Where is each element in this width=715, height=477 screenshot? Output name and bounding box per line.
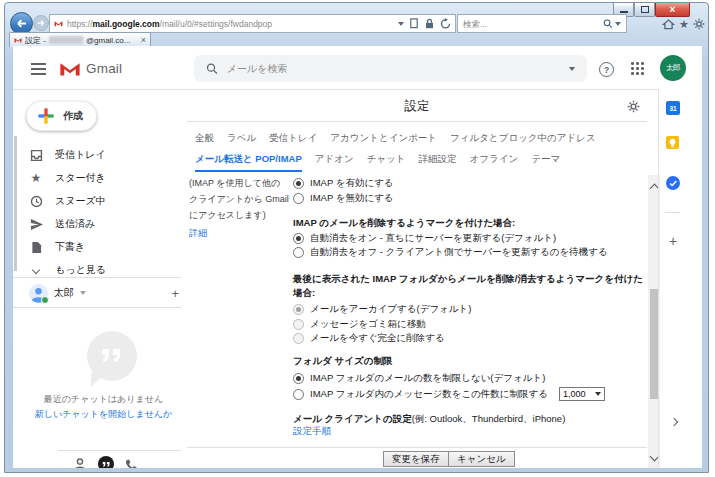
forward-arrow-icon xyxy=(36,18,46,28)
gmail-logo-icon[interactable] xyxy=(59,60,81,77)
calendar-icon[interactable]: 31 xyxy=(666,101,680,115)
footer-divider xyxy=(187,447,647,448)
chat-profile-name: 太郎 xyxy=(54,286,74,300)
message-limit-select[interactable]: 1,000 xyxy=(559,387,605,401)
sidebar-item-label: もっと見る xyxy=(55,263,106,277)
browser-search-box[interactable] xyxy=(457,14,627,33)
chat-empty-text: 最近のチャットはありません xyxy=(21,393,186,406)
radio-button[interactable] xyxy=(293,178,304,189)
expunge-delete-forever-option[interactable]: メールを今すぐ完全に削除する xyxy=(293,332,445,344)
imap-learn-more-link[interactable]: 詳細 xyxy=(189,227,207,240)
imap-disable-option[interactable]: IMAP を無効にする xyxy=(293,192,394,204)
sidebar-item-label: スター付き xyxy=(55,171,106,185)
side-panel-divider xyxy=(658,89,659,468)
radio-button[interactable] xyxy=(293,319,304,330)
chat-empty-link[interactable]: 新しいチャットを開始しませんか xyxy=(21,408,186,421)
tab-advanced[interactable]: 詳細設定 xyxy=(419,153,457,172)
autoexpunge-on-option[interactable]: 自動消去をオン - 直ちにサーバーを更新する(デフォルト) xyxy=(293,232,556,244)
search-options-caret-icon[interactable] xyxy=(569,67,575,71)
tab-general[interactable]: 全般 xyxy=(195,132,214,145)
sidebar-divider xyxy=(13,277,181,278)
radio-button[interactable] xyxy=(293,373,304,384)
client-config-line: メール クライアントの設定(例: Outlook、Thunderbird、iPh… xyxy=(293,413,565,426)
radio-button[interactable] xyxy=(293,193,304,204)
imap-enable-option[interactable]: IMAP を有効にする xyxy=(293,177,394,189)
autoexpunge-off-option[interactable]: 自動消去をオフ - クライアント側でサーバーを更新するのを待機する xyxy=(293,246,608,258)
tab-labels[interactable]: ラベル xyxy=(227,132,256,145)
scrollbar-thumb[interactable] xyxy=(650,289,658,399)
sidebar-item-label: スヌーズ中 xyxy=(55,194,106,208)
sidebar-item-snoozed[interactable]: スヌーズ中 xyxy=(29,194,179,208)
browser-tab[interactable]: 設定 - @gmail.co... × xyxy=(9,32,151,47)
tab-accounts-import[interactable]: アカウントとインポート xyxy=(330,132,437,145)
keep-bulb-icon[interactable] xyxy=(666,136,679,149)
tasks-check-icon[interactable] xyxy=(666,176,680,190)
sidebar-item-more[interactable]: もっと見る xyxy=(29,263,179,277)
account-avatar[interactable]: 太郎 xyxy=(660,55,686,81)
chat-profile-row[interactable]: 太郎 + xyxy=(29,283,179,303)
tab-filters-blocked[interactable]: フィルタとブロック中のアドレス xyxy=(450,132,596,145)
inbox-icon xyxy=(29,149,43,162)
window-close-button[interactable]: × xyxy=(655,3,690,17)
tab-forwarding-pop-imap[interactable]: メール転送と POP/IMAP xyxy=(195,153,302,172)
tab-offline[interactable]: オフライン xyxy=(470,153,519,172)
save-button[interactable]: 変更を保存 xyxy=(383,451,449,467)
tab-addons[interactable]: アドオン xyxy=(315,153,354,172)
expunge-trash-option[interactable]: メッセージをゴミ箱に移動 xyxy=(293,318,426,330)
expunge-archive-option[interactable]: メールをアーカイブする(デフォルト) xyxy=(293,303,471,315)
sidebar-scrollbar-thumb[interactable] xyxy=(14,136,17,271)
radio-button[interactable] xyxy=(293,333,304,344)
radio-button[interactable] xyxy=(293,247,304,258)
contacts-person-icon[interactable] xyxy=(73,457,87,468)
get-addons-plus-icon[interactable]: + xyxy=(669,234,677,248)
page-title: 設定 xyxy=(187,98,647,115)
refresh-icon[interactable] xyxy=(440,18,451,29)
tab-inbox[interactable]: 受信トレイ xyxy=(269,132,317,145)
compose-button[interactable]: 作成 xyxy=(26,101,97,131)
minimize-icon xyxy=(620,11,628,13)
radio-button[interactable] xyxy=(293,304,304,315)
tab-close-icon[interactable]: × xyxy=(141,35,146,45)
apps-grid-icon[interactable] xyxy=(631,62,644,75)
browser-search-input[interactable] xyxy=(463,19,600,29)
compatibility-page-icon[interactable] xyxy=(409,18,419,29)
limit-count-option[interactable]: IMAP フォルダ内のメッセージ数をこの件数に制限する 1,000 xyxy=(293,386,605,402)
browser-forward-button[interactable] xyxy=(33,15,49,31)
client-config-link[interactable]: 設定手順 xyxy=(293,425,331,438)
gmail-page: Gmail ? 太郎 作成 受信トレイ xyxy=(13,46,702,468)
url-dropdown-caret-icon[interactable] xyxy=(398,22,404,26)
settings-gear-icon[interactable] xyxy=(627,100,640,113)
sidebar-item-sent[interactable]: 送信済み xyxy=(29,217,179,231)
search-magnifier-icon[interactable] xyxy=(603,18,613,29)
phone-icon[interactable] xyxy=(125,458,138,469)
search-magnifier-icon[interactable] xyxy=(206,62,218,75)
sidebar-item-drafts[interactable]: 下書き xyxy=(29,240,179,254)
collapse-panel-chevron-icon[interactable] xyxy=(670,418,678,426)
hangouts-icon[interactable] xyxy=(98,456,114,468)
lock-icon xyxy=(424,18,435,29)
sidebar-item-label: 送信済み xyxy=(55,217,95,231)
address-bar[interactable]: https://mail.google.com/mail/u/0/#settin… xyxy=(49,14,456,33)
tab-chat[interactable]: チャット xyxy=(367,153,406,172)
gmail-search-input[interactable] xyxy=(227,63,560,74)
gmail-search-bar[interactable] xyxy=(194,55,587,82)
home-icon[interactable] xyxy=(662,18,675,30)
help-icon[interactable]: ? xyxy=(599,62,614,77)
sidebar-item-inbox[interactable]: 受信トレイ xyxy=(29,148,179,162)
hamburger-menu-icon[interactable] xyxy=(31,63,46,75)
search-dropdown-caret-icon[interactable] xyxy=(615,22,621,26)
sidebar-divider-2 xyxy=(13,307,181,308)
limit-none-option[interactable]: IMAP フォルダのメールの数を制限しない(デフォルト) xyxy=(293,372,545,384)
radio-button[interactable] xyxy=(293,233,304,244)
radio-button[interactable] xyxy=(293,389,304,400)
tools-gear-icon[interactable] xyxy=(693,18,705,30)
gmail-favicon xyxy=(54,20,63,27)
window-maximize-button[interactable] xyxy=(634,3,655,17)
tab-themes[interactable]: テーマ xyxy=(531,153,560,172)
sidebar-item-label: 受信トレイ xyxy=(55,148,106,162)
cancel-button[interactable]: キャンセル xyxy=(448,451,515,467)
favorites-star-icon[interactable]: ★ xyxy=(679,19,689,30)
new-chat-plus-icon[interactable]: + xyxy=(171,286,179,301)
sidebar-item-starred[interactable]: ★ スター付き xyxy=(29,171,179,185)
sidebar-item-label: 下書き xyxy=(55,240,85,254)
